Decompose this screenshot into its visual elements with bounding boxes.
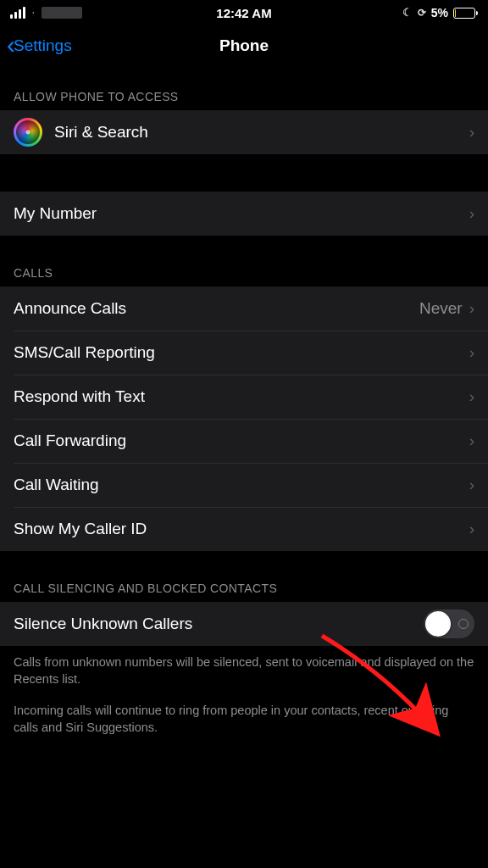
spacer <box>0 154 488 192</box>
status-time: 12:42 AM <box>216 6 271 20</box>
group-access: Siri & Search › <box>0 110 488 154</box>
section-header-calls: Calls <box>0 236 488 287</box>
sms-reporting-label: SMS/Call Reporting <box>14 343 469 362</box>
show-caller-id-cell[interactable]: Show My Caller ID › <box>0 507 488 551</box>
call-forwarding-cell[interactable]: Call Forwarding › <box>0 419 488 463</box>
carrier-dot: · <box>32 8 35 18</box>
announce-calls-label: Announce Calls <box>14 299 419 318</box>
call-forwarding-label: Call Forwarding <box>14 431 469 450</box>
respond-text-cell[interactable]: Respond with Text › <box>0 375 488 419</box>
group-calls: Announce Calls Never › SMS/Call Reportin… <box>0 287 488 551</box>
siri-icon <box>14 118 42 147</box>
battery-icon <box>453 8 478 19</box>
announce-calls-cell[interactable]: Announce Calls Never › <box>0 287 488 331</box>
chevron-right-icon: › <box>469 431 474 450</box>
call-waiting-label: Call Waiting <box>14 476 469 494</box>
back-label: Settings <box>14 36 72 55</box>
siri-search-cell[interactable]: Siri & Search › <box>0 110 488 154</box>
chevron-right-icon: › <box>469 387 474 406</box>
status-right: ☾ ⟳ 5% <box>244 6 478 19</box>
chevron-right-icon: › <box>469 123 474 142</box>
my-number-cell[interactable]: My Number › <box>0 192 488 236</box>
section-header-silencing: Call Silencing and Blocked Contacts <box>0 551 488 602</box>
status-left: · <box>10 7 244 19</box>
sms-reporting-cell[interactable]: SMS/Call Reporting › <box>0 331 488 375</box>
battery-percent: 5% <box>431 6 448 19</box>
page-title: Phone <box>219 36 269 55</box>
chevron-right-icon: › <box>469 520 474 538</box>
chevron-right-icon: › <box>469 204 474 223</box>
chevron-right-icon: › <box>469 476 474 494</box>
silence-unknown-label: Silence Unknown Callers <box>14 615 424 633</box>
group-silencing: Silence Unknown Callers <box>0 602 488 646</box>
my-number-label: My Number <box>14 204 469 223</box>
call-waiting-cell[interactable]: Call Waiting › <box>0 463 488 507</box>
chevron-right-icon: › <box>469 299 474 318</box>
siri-search-label: Siri & Search <box>54 123 469 142</box>
chevron-right-icon: › <box>469 343 474 362</box>
carrier-redacted <box>42 7 82 19</box>
silencing-footer-2: Incoming calls will continue to ring fro… <box>0 687 488 736</box>
show-caller-id-label: Show My Caller ID <box>14 520 469 538</box>
orientation-lock-icon: ⟳ <box>418 7 426 19</box>
section-header-access: Allow Phone to Access <box>0 68 488 110</box>
signal-icon <box>10 7 25 19</box>
announce-calls-value: Never <box>419 299 463 318</box>
silencing-footer-1: Calls from unknown numbers will be silen… <box>0 646 488 687</box>
nav-bar: ‹ Settings Phone <box>0 24 488 68</box>
silence-unknown-toggle[interactable] <box>424 609 474 638</box>
back-button[interactable]: ‹ Settings <box>7 36 72 55</box>
group-my-number: My Number › <box>0 192 488 236</box>
respond-text-label: Respond with Text <box>14 387 469 406</box>
status-bar: · 12:42 AM ☾ ⟳ 5% <box>0 0 488 24</box>
silence-unknown-cell[interactable]: Silence Unknown Callers <box>0 602 488 646</box>
dnd-moon-icon: ☾ <box>402 6 413 19</box>
